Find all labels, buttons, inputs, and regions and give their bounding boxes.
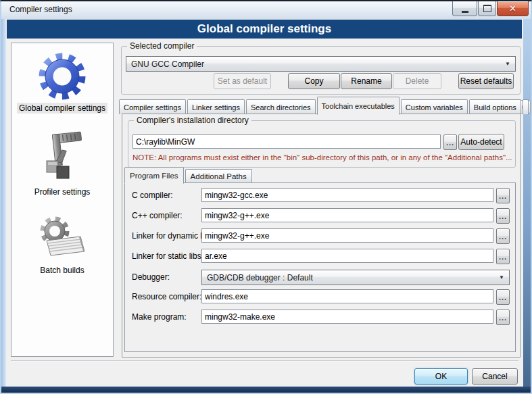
installation-directory-group-label: Compiler's installation directory — [134, 116, 251, 125]
browse-cpp-compiler-button[interactable]: ... — [496, 208, 510, 224]
settings-category-list: Global compiler settings — [11, 43, 114, 357]
make-program-input[interactable] — [201, 310, 493, 324]
sidebar-item-profiler-settings[interactable]: Profiler settings — [11, 187, 113, 197]
rename-button[interactable]: Rename — [341, 73, 392, 89]
reset-defaults-button[interactable]: Reset defaults — [458, 73, 514, 89]
dynamic-linker-input[interactable] — [201, 228, 493, 243]
cpp-compiler-input[interactable] — [201, 208, 493, 222]
debugger-label: Debugger: — [132, 272, 170, 282]
maximize-icon — [483, 5, 491, 12]
browse-dynamic-linker-button[interactable]: ... — [496, 228, 510, 244]
ellipsis-icon: ... — [499, 234, 507, 239]
sidebar-item-global-compiler-settings[interactable]: Global compiler settings — [11, 103, 113, 114]
ellipsis-icon: ... — [499, 193, 507, 199]
close-button[interactable]: ✕ — [497, 1, 529, 16]
minimize-button[interactable] — [452, 1, 477, 16]
ellipsis-icon: ... — [499, 214, 507, 219]
browse-resource-compiler-button[interactable]: ... — [496, 289, 510, 305]
tab-partial[interactable] — [523, 99, 529, 114]
static-linker-input[interactable] — [201, 249, 493, 263]
delete-button[interactable]: Delete — [393, 73, 441, 89]
compiler-settings-window: Compiler settings ✕ Global compiler sett… — [0, 0, 532, 394]
tab-compiler-settings[interactable]: Compiler settings — [119, 99, 186, 114]
sidebar-item-label: Profiler settings — [32, 187, 93, 197]
browse-make-program-button[interactable]: ... — [496, 310, 510, 325]
selected-compiler-group: Selected compiler GNU GCC Compiler ▼ Set… — [121, 46, 521, 95]
make-program-label: Make program: — [132, 312, 187, 322]
cancel-button[interactable]: Cancel — [472, 368, 518, 385]
browse-static-linker-button[interactable]: ... — [496, 249, 510, 264]
window-controls: ✕ — [452, 1, 529, 16]
auto-detect-button[interactable]: Auto-detect — [458, 134, 504, 150]
maximize-button[interactable] — [478, 1, 496, 16]
program-files-tabs: Program Files Additional Paths — [124, 168, 253, 183]
ellipsis-icon: ... — [446, 140, 454, 145]
compiler-select-value: GNU GCC Compiler — [131, 59, 204, 69]
ellipsis-icon: ... — [499, 254, 507, 260]
compiler-select[interactable]: GNU GCC Compiler ▼ — [126, 56, 516, 72]
tab-toolchain-executables[interactable]: Toolchain executables — [317, 97, 400, 115]
close-icon: ✕ — [509, 3, 516, 14]
static-linker-label: Linker for static libs: — [132, 251, 203, 261]
c-compiler-label: C compiler: — [132, 191, 173, 200]
tab-program-files[interactable]: Program Files — [124, 167, 184, 184]
footer-divider — [11, 360, 518, 362]
chevron-down-icon: ▼ — [499, 274, 504, 280]
tab-custom-variables[interactable]: Custom variables — [401, 99, 468, 114]
debugger-select-value: GDB/CDB debugger : Default — [207, 273, 313, 282]
page-title: Global compiler settings — [197, 22, 331, 36]
ok-button[interactable]: OK — [414, 368, 468, 385]
window-frame-left — [1, 19, 6, 387]
resource-compiler-input[interactable] — [201, 289, 493, 303]
tab-linker-settings[interactable]: Linker settings — [187, 99, 245, 114]
sidebar-item-batch-builds[interactable]: Batch builds — [11, 265, 113, 276]
chevron-down-icon: ▼ — [505, 61, 510, 67]
window-frame-right — [523, 19, 531, 387]
debugger-select[interactable]: GDB/CDB debugger : Default ▼ — [201, 270, 510, 285]
blue-gear-icon — [34, 47, 91, 104]
program-files-panel: C compiler: ... C++ compiler: ... Linker… — [124, 182, 516, 352]
caliper-icon — [39, 131, 86, 182]
window-title: Compiler settings — [9, 5, 72, 14]
browse-c-compiler-button[interactable]: ... — [496, 188, 510, 203]
sidebar-item-label: Global compiler settings — [17, 103, 107, 114]
browse-directory-button[interactable]: ... — [443, 134, 457, 150]
sidebar-item-label: Batch builds — [38, 265, 86, 276]
selected-compiler-group-label: Selected compiler — [127, 41, 197, 51]
set-as-default-button[interactable]: Set as default — [214, 73, 271, 89]
c-compiler-input[interactable] — [201, 188, 493, 202]
minimize-icon — [462, 11, 468, 13]
copy-button[interactable]: Copy — [288, 73, 340, 89]
resource-compiler-label: Resource compiler: — [132, 292, 201, 301]
toolchain-executables-panel: Compiler's installation directory ... Au… — [122, 114, 521, 358]
gray-gear-icon — [36, 214, 89, 260]
tab-build-options[interactable]: Build options — [469, 99, 521, 114]
ellipsis-icon: ... — [499, 315, 507, 320]
tab-additional-paths[interactable]: Additional Paths — [185, 169, 252, 183]
installation-directory-group: Compiler's installation directory ... Au… — [128, 120, 516, 168]
dialog-header: Global compiler settings — [7, 20, 522, 39]
installation-directory-input[interactable] — [132, 134, 441, 149]
tab-search-directories[interactable]: Search directories — [246, 99, 316, 114]
cpp-compiler-label: C++ compiler: — [132, 211, 183, 220]
compiler-tabs: Compiler settings Linker settings Search… — [119, 97, 530, 114]
window-frame-bottom — [1, 387, 531, 393]
bin-subdirectory-note: NOTE: All programs must exist either in … — [132, 153, 512, 162]
dialog-client-area: Global compiler settings Global compiler… — [6, 19, 523, 387]
ellipsis-icon: ... — [499, 295, 507, 300]
